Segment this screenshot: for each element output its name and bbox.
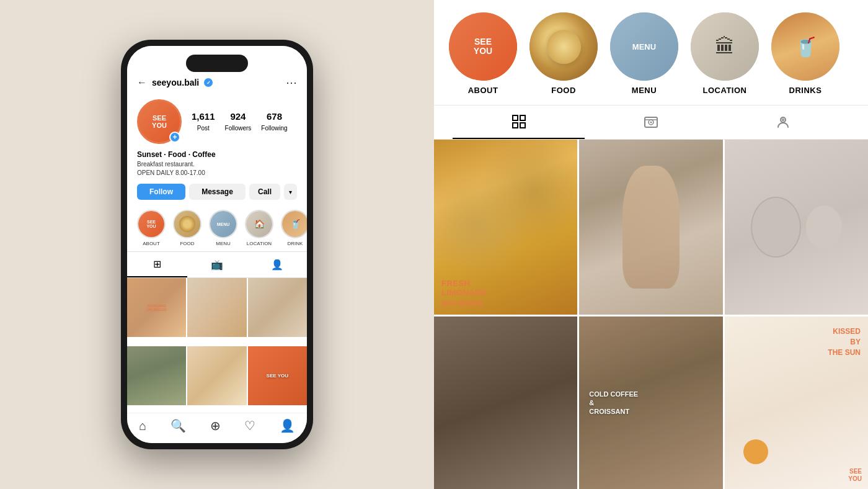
location-building-icon: 🏛 bbox=[715, 35, 735, 58]
avatar[interactable]: SEE YOU + bbox=[137, 99, 182, 144]
more-icon[interactable]: ⋯ bbox=[286, 76, 297, 89]
tab-grid[interactable]: ⊞ bbox=[127, 252, 187, 277]
hl-location[interactable]: 🏛 LOCATION bbox=[691, 12, 759, 95]
search-icon[interactable]: 🔍 bbox=[170, 418, 186, 433]
message-button[interactable]: Message bbox=[189, 184, 246, 200]
gl-cold-title: COLD COFFEE bbox=[589, 390, 638, 398]
follow-button[interactable]: Follow bbox=[137, 184, 185, 200]
grid-icon: ⊞ bbox=[153, 258, 161, 270]
highlight-menu-text: MENU bbox=[217, 222, 230, 227]
svg-rect-3 bbox=[520, 123, 525, 128]
posts-stat: 1,611 Post bbox=[192, 111, 215, 133]
gl-cell-woman[interactable] bbox=[434, 316, 577, 489]
hl-menu-circle: MENU bbox=[610, 12, 678, 81]
followers-stat[interactable]: 924 Followers bbox=[225, 111, 252, 133]
dropdown-button[interactable]: ▾ bbox=[284, 184, 297, 200]
highlight-about-label: ABOUT bbox=[143, 241, 160, 246]
tab-large-grid[interactable] bbox=[453, 105, 585, 139]
highlight-drink[interactable]: 🥤 DRINK bbox=[281, 210, 307, 246]
hl-drinks[interactable]: 🥤 DRINKS bbox=[771, 12, 839, 95]
highlight-drink-label: DRINK bbox=[288, 241, 303, 246]
highlight-food-circle bbox=[173, 210, 202, 238]
grid-cell-1[interactable]: AVOCADOON BREAD bbox=[127, 278, 186, 337]
highlight-food-label: FOOD bbox=[180, 241, 194, 246]
profile-bio-line2: OPEN DAILY 8.00-17.00 bbox=[137, 169, 297, 177]
highlight-drink-circle: 🥤 bbox=[281, 210, 307, 238]
gl-cell-cold-coffee[interactable]: COLD COFFEE & CROISSANT bbox=[579, 316, 722, 489]
profile-stats: 1,611 Post 924 Followers 678 Following bbox=[192, 111, 297, 133]
following-stat[interactable]: 678 Following bbox=[261, 111, 287, 133]
reels-icon-large bbox=[644, 115, 658, 130]
followers-count: 924 bbox=[225, 111, 252, 122]
svg-rect-0 bbox=[513, 115, 518, 120]
gl-kissed-title2: BY bbox=[828, 337, 861, 348]
back-arrow-icon[interactable]: ← bbox=[137, 77, 147, 88]
photo-grid: AVOCADOON BREAD SEE YOU bbox=[127, 278, 307, 413]
gl-cell-kissed[interactable]: KISSED BY THE SUN SEEYOU bbox=[725, 316, 868, 489]
grid-cell-4[interactable] bbox=[127, 346, 186, 405]
highlight-menu-label: MENU bbox=[216, 241, 231, 246]
grid-icon-large bbox=[512, 114, 526, 129]
gl-cell-plates[interactable] bbox=[725, 140, 868, 315]
hl-drinks-label: DRINKS bbox=[789, 86, 822, 95]
instagram-app: ← seeyou.bali ✓ ⋯ SEE YOU bbox=[127, 46, 307, 443]
food-decor bbox=[179, 216, 195, 231]
left-panel: ← seeyou.bali ✓ ⋯ SEE YOU bbox=[0, 0, 434, 489]
highlight-menu-circle: MENU bbox=[209, 210, 237, 238]
svg-rect-2 bbox=[513, 123, 518, 128]
posts-count: 1,611 bbox=[192, 111, 215, 122]
highlight-about[interactable]: SEEYOU ABOUT bbox=[137, 210, 166, 246]
highlight-about-circle: SEEYOU bbox=[137, 210, 166, 238]
highlight-food[interactable]: FOOD bbox=[173, 210, 202, 246]
plate-2 bbox=[806, 205, 842, 249]
photo-grid-large: FRESH LIMONADE WITH MANGO bbox=[434, 140, 868, 489]
add-icon[interactable]: ⊕ bbox=[210, 418, 221, 433]
tab-large-tagged[interactable] bbox=[717, 105, 849, 139]
hl-menu-label: MENU bbox=[632, 86, 657, 95]
home-icon[interactable]: ⌂ bbox=[139, 419, 146, 433]
gl-cell-lemonade[interactable]: FRESH LIMONADE WITH MANGO bbox=[434, 140, 577, 315]
hl-about-text: SEEYOU bbox=[474, 37, 492, 56]
highlight-about-text: SEEYOU bbox=[146, 220, 156, 228]
hl-about[interactable]: SEEYOU ABOUT bbox=[449, 12, 517, 95]
heart-icon[interactable]: ♡ bbox=[244, 418, 255, 433]
hl-about-label: ABOUT bbox=[468, 86, 498, 95]
followers-label: Followers bbox=[225, 125, 252, 132]
bottom-nav: ⌂ 🔍 ⊕ ♡ 👤 bbox=[127, 413, 307, 443]
profile-tabs: ⊞ 📺 👤 bbox=[127, 251, 307, 278]
highlight-location[interactable]: 🏠 LOCATION bbox=[245, 210, 273, 246]
tab-tagged[interactable]: 👤 bbox=[247, 252, 307, 277]
hl-location-circle: 🏛 bbox=[691, 12, 759, 81]
tab-reels[interactable]: 📺 bbox=[187, 252, 247, 277]
svg-point-8 bbox=[781, 117, 786, 122]
verified-badge-icon: ✓ bbox=[204, 78, 213, 87]
hl-food-label: FOOD bbox=[551, 86, 576, 95]
gl-lemonade-title2: LIMONADE bbox=[441, 288, 487, 298]
drinks-icon: 🥤 bbox=[794, 36, 817, 58]
hl-about-circle: SEEYOU bbox=[449, 12, 517, 81]
profile-bio-line1: Breakfast restaurant. bbox=[137, 160, 297, 169]
highlight-menu[interactable]: MENU MENU bbox=[209, 210, 237, 246]
grid-cell-3[interactable] bbox=[248, 278, 307, 337]
grid-cell-6[interactable]: SEE YOU bbox=[248, 346, 307, 405]
call-button[interactable]: Call bbox=[249, 184, 280, 200]
gl-kissed-title3: THE SUN bbox=[828, 348, 861, 358]
grid-cell-5[interactable] bbox=[187, 346, 246, 405]
tagged-icon-large bbox=[776, 115, 790, 130]
ig-username[interactable]: seeyou.bali bbox=[152, 78, 199, 87]
profile-icon[interactable]: 👤 bbox=[280, 418, 295, 433]
grid-cell-2[interactable] bbox=[187, 278, 246, 337]
following-count: 678 bbox=[261, 111, 287, 122]
avatar-text: SEE YOU bbox=[152, 114, 167, 129]
phone-notch bbox=[186, 55, 248, 72]
location-icon: 🏠 bbox=[254, 219, 265, 229]
highlights-large: SEEYOU ABOUT FOOD MENU MENU bbox=[434, 0, 868, 105]
hl-food-circle bbox=[529, 12, 598, 81]
hl-menu[interactable]: MENU MENU bbox=[610, 12, 678, 95]
tab-large-reels[interactable] bbox=[585, 105, 717, 139]
hl-food[interactable]: FOOD bbox=[529, 12, 598, 95]
avatar-add-icon[interactable]: + bbox=[169, 132, 180, 143]
action-buttons: Follow Message Call ▾ bbox=[127, 177, 307, 205]
gl-cell-person[interactable] bbox=[579, 140, 722, 315]
seeyou-brand-text: SEEYOU bbox=[848, 468, 862, 483]
